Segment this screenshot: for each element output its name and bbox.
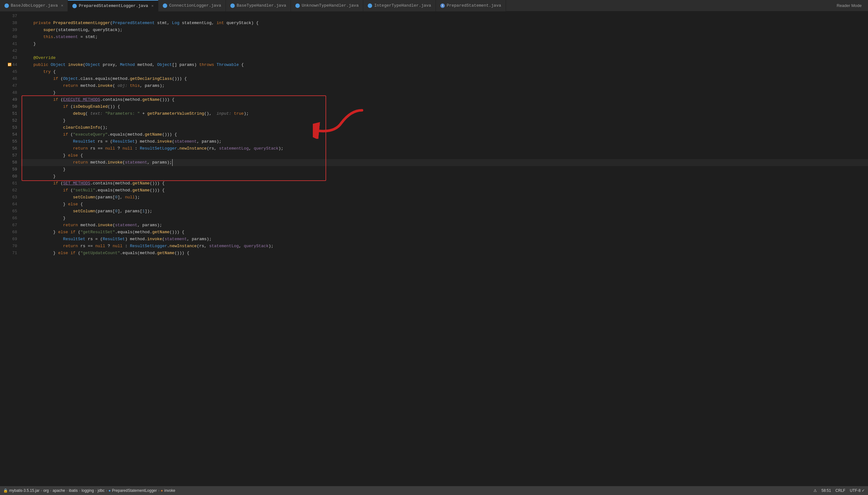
close-icon-active[interactable]: ✕ (151, 3, 153, 8)
code-line-66: } (21, 215, 868, 222)
line-num-59: 59 (2, 166, 17, 173)
code-line-37 (21, 13, 868, 20)
code-line-48: } (21, 89, 868, 96)
code-line-62: if ("setNull".equals(method.getName())) … (21, 187, 868, 194)
tab-base-jdbc-logger[interactable]: BaseJdbcLogger.java ✕ (0, 0, 68, 12)
editor-area: 37 38 39 40 41 42 43 🔁44 45 46 47 48 49 … (0, 12, 868, 486)
java-file-icon-2 (163, 3, 167, 8)
breadcrumb-class-icon: ● (109, 488, 111, 493)
line-num-66: 66 (2, 215, 17, 222)
line-num-46: 46 (2, 75, 17, 82)
code-line-40: this.statement = stmt; (21, 34, 868, 40)
breadcrumb-sep-1: › (40, 488, 42, 493)
app-window: BaseJdbcLogger.java ✕ PreparedStatementL… (0, 0, 868, 495)
code-line-41: } (21, 40, 868, 48)
breadcrumb-org: org (43, 488, 49, 493)
line-num-49: 49 (2, 96, 17, 103)
code-line-43: @Override (21, 54, 868, 62)
line-num-58: 58 (2, 159, 17, 166)
line-num-38: 38 (2, 20, 17, 27)
line-num-70: 70 (2, 243, 17, 250)
code-line-55: ResultSet rs = (ResultSet) method.invoke… (21, 138, 868, 145)
tab-prepared-statement[interactable]: i PreparedStatement.java (436, 0, 506, 12)
tab-label-active: PreparedStatementLogger.java (79, 3, 148, 8)
status-mybatis: mybatis-3.5.15.jar (9, 488, 39, 493)
line-num-61: 61 (2, 180, 17, 187)
tab-label: BaseJdbcLogger.java (11, 3, 58, 8)
status-crlf: CRLF (835, 488, 845, 493)
code-line-71: } else if ("getUpdateCount".equals(metho… (21, 250, 868, 257)
code-line-49: if (EXECUTE_METHODS.contains(method.getN… (21, 96, 868, 103)
code-line-68: } else if ("getResultSet".equals(method.… (21, 229, 868, 236)
line-num-54: 54 (2, 131, 17, 138)
line-num-71: 71 (2, 250, 17, 257)
code-line-52: } (21, 117, 868, 124)
line-num-45: 45 (2, 68, 17, 75)
tab-prepared-statement-logger[interactable]: PreparedStatementLogger.java ✕ (68, 0, 158, 12)
code-line-70: return rs == null ? null : ResultSetLogg… (21, 243, 868, 250)
code-line-65: setColumn(params[0], params[1]); (21, 208, 868, 215)
code-line-45: try { (21, 68, 868, 75)
line-num-48: 48 (2, 89, 17, 96)
tab-bar: BaseJdbcLogger.java ✕ PreparedStatementL… (0, 0, 868, 12)
java-file-icon-3 (230, 3, 235, 8)
code-line-56: return rs == null ? null : ResultSetLogg… (21, 145, 868, 152)
line-num-37: 37 (2, 13, 17, 20)
line-num-40: 40 (2, 34, 17, 40)
java-file-icon-4 (295, 3, 300, 8)
code-line-61: if (SET_METHODS.contains(method.getName(… (21, 180, 868, 187)
close-icon[interactable]: ✕ (61, 3, 63, 8)
line-num-51: 51 (2, 110, 17, 117)
java-file-icon (4, 3, 9, 8)
code-line-47: return method.invoke( obj: this, params)… (21, 82, 868, 89)
tab-label-2: ConnectionLogger.java (169, 3, 221, 8)
line-num-43: 43 (2, 54, 17, 62)
line-num-42: 42 (2, 48, 17, 54)
status-warn-icon: ⚠ (814, 488, 817, 493)
line-num-52: 52 (2, 117, 17, 124)
line-num-62: 62 (2, 187, 17, 194)
breadcrumb-ibatis: ibatis (69, 488, 78, 493)
tab-connection-logger[interactable]: ConnectionLogger.java (158, 0, 226, 12)
line-num-50: 50 (2, 103, 17, 110)
breadcrumb-apache: apache (53, 488, 65, 493)
reader-mode-label[interactable]: Reader Mode (837, 3, 868, 8)
code-line-38: private PreparedStatementLogger(Prepared… (21, 20, 868, 27)
code-line-51: debug( text: "Parameters: " + getParamet… (21, 110, 868, 117)
line-num-69: 69 (2, 236, 17, 243)
info-file-icon: i (440, 3, 445, 8)
java-file-icon-5 (368, 3, 372, 8)
java-file-icon-active (72, 4, 77, 8)
line-num-64: 64 (2, 201, 17, 208)
code-line-53: clearColumnInfo(); (21, 124, 868, 131)
line-num-56: 56 (2, 145, 17, 152)
tab-base-type-handler[interactable]: BaseTypeHandler.java (226, 0, 291, 12)
breadcrumb-jdbc: jdbc (98, 488, 105, 493)
line-num-44: 🔁44 (2, 62, 17, 68)
tab-label-4: UnknownTypeHandler.java (302, 3, 359, 8)
line-num-53: 53 (2, 124, 17, 131)
tab-unknown-type-handler[interactable]: UnknownTypeHandler.java (291, 0, 363, 12)
code-line-67: return method.invoke(statement, params); (21, 222, 868, 229)
line-num-60: 60 (2, 173, 17, 180)
code-line-39: super(statementLog, queryStack); (21, 27, 868, 34)
line-num-57: 57 (2, 152, 17, 159)
code-line-46: if (Object.class.equals(method.getDeclar… (21, 75, 868, 82)
status-bar: 🔒 mybatis-3.5.15.jar › org › apache › ib… (0, 486, 868, 495)
code-line-59: } (21, 166, 868, 173)
line-number-gutter: 37 38 39 40 41 42 43 🔁44 45 46 47 48 49 … (2, 12, 21, 486)
line-num-47: 47 (2, 82, 17, 89)
tab-integer-type-handler[interactable]: IntegerTypeHandler.java (363, 0, 436, 12)
tab-label-6: PreparedStatement.java (447, 3, 501, 8)
breadcrumb-method-icon: ● (161, 488, 163, 493)
code-line-42 (21, 48, 868, 54)
status-charset: UTF-8 ✓ (850, 488, 865, 493)
tab-label-3: BaseTypeHandler.java (237, 3, 286, 8)
line-num-39: 39 (2, 27, 17, 34)
line-num-63: 63 (2, 194, 17, 201)
code-line-64: } else { (21, 201, 868, 208)
line-num-68: 68 (2, 229, 17, 236)
tab-label-5: IntegerTypeHandler.java (374, 3, 431, 8)
code-line-57: } else { (21, 152, 868, 159)
code-line-60: } (21, 173, 868, 180)
